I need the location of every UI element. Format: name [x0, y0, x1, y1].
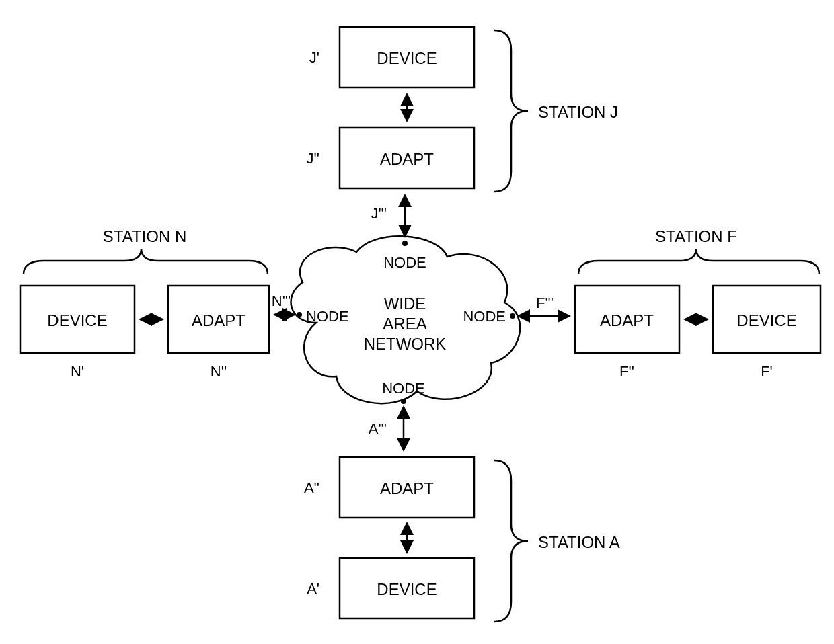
node-label-left: NODE [306, 308, 349, 325]
station-f-p3: F''' [536, 294, 554, 311]
station-a-label: STATION A [538, 533, 620, 551]
station-f-device-label: DEVICE [736, 311, 796, 329]
wan-label-3: NETWORK [364, 335, 447, 353]
station-a-adapt-label: ADAPT [380, 479, 434, 497]
station-n-label: STATION N [103, 227, 186, 245]
node-label-right: NODE [463, 308, 506, 325]
wan-label-1: WIDE [384, 294, 426, 313]
station-n-p3: N''' [272, 292, 291, 309]
station-j-device-label: DEVICE [377, 49, 437, 67]
brace-station-f [578, 249, 819, 274]
station-n-device-label: DEVICE [47, 311, 107, 329]
station-n-p2: N'' [211, 363, 227, 380]
station-f-p2: F'' [619, 363, 634, 380]
node-label-top: NODE [383, 254, 426, 271]
station-a-device-label: DEVICE [377, 580, 437, 598]
brace-station-n [24, 249, 268, 274]
brace-station-a [494, 460, 528, 622]
network-diagram: WIDE AREA NETWORK NODE NODE NODE NODE DE… [0, 0, 834, 644]
node-dot-top [402, 241, 408, 246]
station-f-adapt-label: ADAPT [600, 311, 654, 329]
station-j-p2: J'' [307, 150, 319, 167]
station-f-p1: F' [761, 363, 773, 380]
station-a-p3: A''' [369, 420, 387, 437]
brace-station-j [494, 30, 528, 192]
station-n-p1: N' [71, 363, 84, 380]
station-j-p1: J' [309, 49, 319, 66]
station-f-label: STATION F [655, 227, 737, 245]
station-n-adapt-label: ADAPT [192, 311, 245, 329]
node-dot-bottom [401, 399, 406, 404]
station-a-p1: A' [307, 580, 319, 597]
node-dot-left [297, 312, 302, 317]
node-dot-right [510, 313, 515, 319]
station-j-p3: J''' [371, 205, 387, 222]
station-j-label: STATION J [538, 103, 618, 121]
station-a-p2: A'' [304, 479, 319, 496]
station-j-adapt-label: ADAPT [380, 150, 434, 168]
wan-label-2: AREA [383, 315, 426, 333]
node-label-bottom: NODE [382, 380, 425, 397]
